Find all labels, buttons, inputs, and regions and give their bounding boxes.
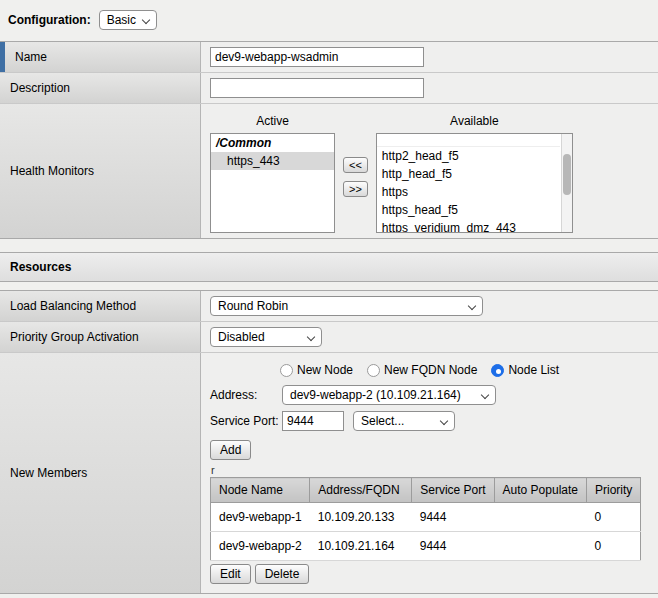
configuration-select[interactable]: Basic xyxy=(99,10,157,30)
available-monitor-item[interactable]: https xyxy=(377,183,560,201)
member-type-option[interactable]: New Node xyxy=(280,363,353,377)
member-type-option[interactable]: New FQDN Node xyxy=(367,363,477,377)
radio-icon[interactable] xyxy=(280,364,293,377)
available-monitors-column: Available http2_head_f5http_head_f5https… xyxy=(376,111,573,233)
member-cell xyxy=(494,503,586,532)
move-to-available-button[interactable]: >> xyxy=(343,181,368,197)
delete-button[interactable]: Delete xyxy=(255,564,310,584)
move-to-active-button[interactable]: << xyxy=(343,157,368,173)
configuration-label: Configuration: xyxy=(8,13,91,27)
member-cell: 0 xyxy=(587,503,641,532)
member-cell: 9444 xyxy=(412,532,494,561)
member-cell: 9444 xyxy=(412,503,494,532)
active-monitors-column: Active /Commonhttps_443 xyxy=(210,111,335,233)
available-monitors-items: http2_head_f5http_head_f5httpshttps_head… xyxy=(377,134,572,233)
service-port-label: Service Port: xyxy=(210,414,282,428)
monitor-move-buttons: << >> xyxy=(343,157,368,197)
members-table-header-row: Node NameAddress/FQDNService PortAuto Po… xyxy=(211,478,641,503)
priority-group-value-cell: Disabled xyxy=(201,322,658,352)
member-cell: dev9-webapp-1 xyxy=(211,503,310,532)
member-type-option[interactable]: Node List xyxy=(491,363,559,377)
active-monitor-item[interactable]: /Common xyxy=(211,134,334,152)
member-cell: 10.109.21.164 xyxy=(310,532,412,561)
members-actions: Edit Delete xyxy=(210,564,309,584)
member-cell: dev9-webapp-2 xyxy=(211,532,310,561)
description-row: Description xyxy=(0,73,658,104)
new-members-label: New Members xyxy=(10,466,87,480)
available-monitors-scrollbar[interactable] xyxy=(561,134,572,232)
priority-group-row: Priority Group Activation Disabled xyxy=(0,322,658,353)
available-monitor-item[interactable]: http_head_f5 xyxy=(377,165,560,183)
priority-group-label-cell: Priority Group Activation xyxy=(0,322,201,352)
member-cell: 0 xyxy=(587,532,641,561)
member-row[interactable]: dev9-webapp-210.109.21.16494440 xyxy=(211,532,641,561)
member-cell xyxy=(494,532,586,561)
resources-section-title: Resources xyxy=(0,252,658,282)
description-label: Description xyxy=(10,81,70,95)
name-row: Name xyxy=(0,42,658,73)
available-monitor-item[interactable]: http2_head_f5 xyxy=(377,147,560,165)
description-value-cell xyxy=(201,73,658,103)
load-balancing-label: Load Balancing Method xyxy=(10,299,136,313)
health-monitors-row: Health Monitors Active /Commonhttps_443 … xyxy=(0,104,658,238)
name-value-cell xyxy=(201,42,658,72)
members-table-header: Auto Populate xyxy=(494,478,586,503)
member-type-radios: New NodeNew FQDN NodeNode List xyxy=(280,363,559,377)
add-button-row: Add xyxy=(210,440,251,460)
scrollbar-thumb[interactable] xyxy=(563,154,571,195)
radio-selected-icon[interactable] xyxy=(491,364,504,377)
address-label: Address: xyxy=(210,388,282,402)
members-table-body: dev9-webapp-110.109.20.13394440dev9-weba… xyxy=(211,503,641,561)
member-cell: 10.109.20.133 xyxy=(310,503,412,532)
load-balancing-row: Load Balancing Method Round Robin xyxy=(0,291,658,322)
active-monitors-listbox[interactable]: /Commonhttps_443 xyxy=(210,133,335,233)
name-label: Name xyxy=(15,50,47,64)
radio-icon[interactable] xyxy=(367,364,380,377)
load-balancing-select[interactable]: Round Robin xyxy=(210,296,483,316)
priority-group-select[interactable]: Disabled xyxy=(210,327,322,347)
members-table-header: Node Name xyxy=(211,478,310,503)
description-label-cell: Description xyxy=(0,73,201,103)
member-type-option-label: New FQDN Node xyxy=(384,363,477,377)
available-monitors-listbox[interactable]: http2_head_f5http_head_f5httpshttps_head… xyxy=(376,133,573,233)
members-table-header: Service Port xyxy=(412,478,494,503)
service-port-line: Service Port: Select... xyxy=(210,411,455,431)
new-members-row: New Members New NodeNew FQDN NodeNode Li… xyxy=(0,353,658,593)
member-type-option-label: New Node xyxy=(297,363,353,377)
available-monitor-item[interactable]: https_veridium_dmz_443 xyxy=(377,219,560,233)
address-select[interactable]: dev9-webapp-2 (10.109.21.164) xyxy=(282,385,496,405)
stray-text: r xyxy=(211,464,215,476)
members-table-header: Address/FQDN xyxy=(310,478,412,503)
add-button[interactable]: Add xyxy=(210,440,251,460)
available-monitors-title: Available xyxy=(376,111,573,133)
clipped-list-item xyxy=(377,134,560,147)
new-members-label-cell: New Members xyxy=(0,353,201,593)
new-members-value-cell: New NodeNew FQDN NodeNode List Address: … xyxy=(201,353,658,593)
edit-button[interactable]: Edit xyxy=(210,564,251,584)
member-type-option-label: Node List xyxy=(508,363,559,377)
active-monitors-title: Active xyxy=(210,111,335,133)
load-balancing-value-cell: Round Robin xyxy=(201,291,658,321)
configuration-bar: Configuration: Basic xyxy=(0,0,658,41)
members-table-header: Priority xyxy=(587,478,641,503)
priority-group-label: Priority Group Activation xyxy=(10,330,139,344)
active-monitor-item[interactable]: https_443 xyxy=(211,152,334,170)
service-port-input[interactable] xyxy=(282,411,344,431)
name-input[interactable] xyxy=(210,47,424,67)
member-row[interactable]: dev9-webapp-110.109.20.13394440 xyxy=(211,503,641,532)
health-monitors-value-cell: Active /Commonhttps_443 << >> Available … xyxy=(201,104,658,238)
health-monitors-label-cell: Health Monitors xyxy=(0,104,201,238)
name-label-cell: Name xyxy=(0,42,201,72)
load-balancing-label-cell: Load Balancing Method xyxy=(0,291,201,321)
health-monitors-label: Health Monitors xyxy=(10,164,94,178)
members-table: Node NameAddress/FQDNService PortAuto Po… xyxy=(210,477,641,561)
general-properties-table: Name Description Health Monitors Active … xyxy=(0,41,658,239)
available-monitor-item[interactable]: https_head_f5 xyxy=(377,201,560,219)
address-line: Address: dev9-webapp-2 (10.109.21.164) xyxy=(210,385,496,405)
service-port-select[interactable]: Select... xyxy=(353,411,455,431)
resources-table: Load Balancing Method Round Robin Priori… xyxy=(0,290,658,594)
description-input[interactable] xyxy=(210,78,424,98)
health-monitors-picker: Active /Commonhttps_443 << >> Available … xyxy=(210,109,573,233)
new-members-panel: New NodeNew FQDN NodeNode List Address: … xyxy=(210,358,641,588)
